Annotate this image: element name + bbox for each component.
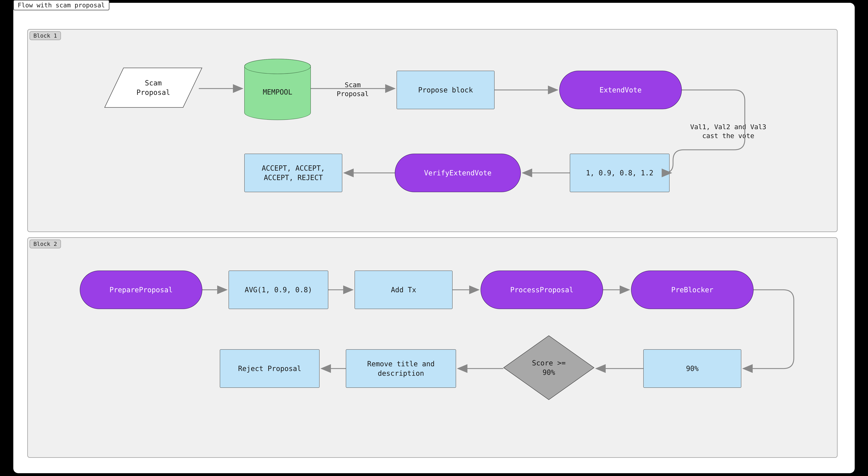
node-ninety-pct: 90%	[643, 349, 741, 388]
node-add-tx-label: Add Tx	[391, 285, 416, 294]
edge-label-scam-proposal: Scam Proposal	[335, 80, 370, 99]
node-extend-vote: ExtendVote	[559, 71, 682, 109]
diagram-canvas: Block 1 Block 2 Scam Proposal MEMPOOL Pr…	[13, 3, 855, 473]
node-score-ge-label: Score >= 90%	[532, 358, 566, 377]
edge-label-val-cast: Val1, Val2 and Val3 cast the vote	[689, 122, 768, 141]
node-votes-label: 1, 0.9, 0.8, 1.2	[586, 168, 653, 178]
node-ninety-pct-label: 90%	[686, 364, 699, 373]
node-pre-blocker: PreBlocker	[631, 271, 753, 309]
node-verify-extend-vote-label: VerifyExtendVote	[424, 168, 491, 178]
node-extend-vote-label: ExtendVote	[599, 85, 642, 95]
node-accept-reject: ACCEPT, ACCEPT, ACCEPT, REJECT	[244, 154, 342, 192]
node-score-ge: Score >= 90%	[503, 335, 594, 400]
node-propose-block-label: Propose block	[418, 85, 473, 95]
node-avg-label: AVG(1, 0.9, 0.8)	[245, 285, 312, 294]
node-prepare-proposal: PrepareProposal	[80, 271, 202, 309]
node-remove-title-label: Remove title and description	[367, 359, 435, 378]
node-votes: 1, 0.9, 0.8, 1.2	[570, 154, 670, 192]
node-prepare-proposal-label: PrepareProposal	[110, 285, 173, 294]
node-process-proposal-label: ProcessProposal	[510, 285, 573, 294]
diagram-title-tab: Flow with scam proposal	[13, 0, 110, 10]
node-remove-title: Remove title and description	[346, 349, 456, 388]
group-block-2: Block 2	[27, 237, 838, 458]
node-verify-extend-vote: VerifyExtendVote	[395, 154, 521, 192]
node-reject-proposal: Reject Proposal	[220, 349, 319, 388]
node-pre-blocker-label: PreBlocker	[671, 285, 713, 294]
node-process-proposal: ProcessProposal	[480, 271, 603, 309]
node-accept-reject-label: ACCEPT, ACCEPT, ACCEPT, REJECT	[261, 163, 325, 182]
node-propose-block: Propose block	[397, 71, 495, 109]
node-mempool: MEMPOOL	[244, 59, 311, 120]
node-scam-proposal: Scam Proposal	[104, 68, 202, 108]
node-add-tx: Add Tx	[354, 271, 453, 309]
node-scam-proposal-label: Scam Proposal	[136, 78, 170, 97]
group-label-block-2: Block 2	[30, 240, 61, 248]
node-avg: AVG(1, 0.9, 0.8)	[228, 271, 328, 309]
node-mempool-label: MEMPOOL	[263, 88, 292, 96]
node-reject-proposal-label: Reject Proposal	[238, 364, 301, 373]
group-label-block-1: Block 1	[30, 31, 61, 40]
